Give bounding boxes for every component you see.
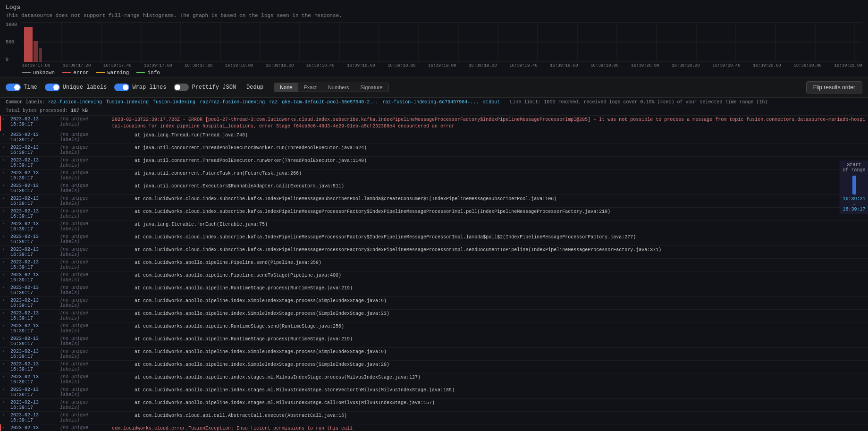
log-row[interactable]: ›2023-02-13 16:39:17(no unique labels) a… — [0, 284, 868, 297]
log-row[interactable]: ›2023-02-13 16:39:17(no unique labels) a… — [0, 182, 868, 195]
wrap-lines-toggle-item: Wrap lines — [114, 84, 166, 91]
time-marker-bar — [852, 176, 856, 194]
log-row[interactable]: ›2023-02-13 16:39:17(no unique labels) a… — [0, 322, 868, 335]
wrap-lines-toggle[interactable] — [114, 84, 129, 91]
row-expand-icon[interactable]: › — [1, 157, 8, 163]
segment-none[interactable]: None — [274, 83, 298, 92]
row-time: 2023-02-13 16:39:17 — [8, 183, 58, 194]
log-row[interactable]: ›2023-02-13 16:39:17(no unique labels) a… — [0, 297, 868, 310]
row-message: at com.lucidworks.apollo.pipeline.index.… — [110, 399, 868, 407]
log-row[interactable]: ›2023-02-13 16:39:17(no unique labels) a… — [0, 310, 868, 322]
log-row[interactable]: ›2023-02-13 16:39:17(no unique labels) a… — [0, 220, 868, 233]
log-row[interactable]: ›2023-02-13 16:39:17(no unique labels) a… — [0, 208, 868, 220]
log-row[interactable]: ›2023-02-13 16:39:17(no unique labels) a… — [0, 169, 868, 182]
row-expand-icon[interactable]: › — [1, 387, 8, 393]
row-expand-icon[interactable]: › — [1, 116, 8, 122]
row-message: at java.lang.Iterable.forEach(Iterable.j… — [110, 221, 868, 228]
x-label: 16:39:20.40 — [712, 63, 740, 68]
row-expand-icon[interactable]: › — [1, 374, 8, 380]
log-row[interactable]: ›2023-02-13 16:39:17(no unique labels) a… — [0, 271, 868, 284]
common-labels-prefix: Common labels: — [6, 100, 48, 105]
log-row[interactable]: ›2023-02-13 16:39:17(no unique labels) a… — [0, 335, 868, 348]
log-row[interactable]: ›2023-02-13 16:39:17(no unique labels) a… — [0, 246, 868, 259]
row-expand-icon[interactable]: › — [1, 297, 8, 304]
unique-labels-toggle[interactable] — [45, 84, 60, 91]
label-tag-5: raz — [269, 100, 278, 105]
log-row[interactable]: ›2023-02-13 16:39:17(no unique labels) a… — [0, 144, 868, 157]
row-expand-icon[interactable]: › — [1, 285, 8, 291]
chart-svg — [22, 22, 862, 62]
row-expand-icon[interactable]: › — [1, 425, 8, 431]
row-expand-icon[interactable]: › — [1, 272, 8, 278]
log-row[interactable]: ›2023-02-13 16:39:17(no unique labels)20… — [0, 116, 868, 131]
row-expand-icon[interactable]: › — [1, 246, 8, 253]
x-label: 16:39:17.80 — [185, 63, 212, 68]
log-row[interactable]: ›2023-02-13 16:39:17(no unique labels) a… — [0, 386, 868, 399]
row-labels: (no unique labels) — [58, 361, 110, 372]
row-time: 2023-02-13 16:39:17 — [8, 310, 58, 321]
row-labels: (no unique labels) — [58, 144, 110, 156]
log-row[interactable]: ›2023-02-13 16:39:17(no unique labels) a… — [0, 361, 868, 373]
row-expand-icon[interactable]: › — [1, 208, 8, 214]
row-time: 2023-02-13 16:39:17 — [8, 297, 58, 309]
row-expand-icon[interactable]: › — [1, 183, 8, 189]
log-row[interactable]: ›2023-02-13 16:39:17(no unique labels) a… — [0, 233, 868, 246]
row-expand-icon[interactable]: › — [1, 195, 8, 202]
row-expand-icon[interactable]: › — [1, 412, 8, 418]
row-expand-icon[interactable]: › — [1, 170, 8, 176]
row-expand-icon[interactable]: › — [1, 259, 8, 265]
row-expand-icon[interactable]: › — [1, 234, 8, 240]
x-label: 16:39:17.00 — [22, 63, 50, 68]
unique-labels-label: Unique labels — [63, 84, 107, 91]
x-label: 16:39:20.80 — [793, 63, 821, 68]
row-labels: (no unique labels) — [58, 348, 110, 360]
log-row[interactable]: ›2023-02-13 16:39:17(no unique labels) a… — [0, 348, 868, 361]
log-row[interactable]: ›2023-02-13 16:39:17(no unique labels) a… — [0, 259, 868, 271]
row-expand-icon[interactable]: › — [1, 323, 8, 329]
segment-signature[interactable]: Signature — [355, 83, 388, 92]
segment-exact[interactable]: Exact — [298, 83, 322, 92]
row-expand-icon[interactable]: › — [1, 399, 8, 406]
row-message: at com.lucidworks.apollo.pipeline.Runtim… — [110, 285, 868, 292]
log-row[interactable]: ›2023-02-13 16:39:17(no unique labels)co… — [0, 424, 868, 431]
row-expand-icon[interactable]: › — [1, 221, 8, 227]
row-labels: (no unique labels) — [58, 157, 110, 169]
row-message: at com.lucidworks.cloud.index.subscribe.… — [110, 195, 868, 203]
segment-numbers[interactable]: Numbers — [322, 83, 355, 92]
log-row[interactable]: ›2023-02-13 16:39:17(no unique labels) a… — [0, 373, 868, 386]
prettify-json-toggle[interactable] — [174, 84, 189, 91]
start-range-label: Startof range — [842, 162, 866, 173]
log-row[interactable]: ›2023-02-13 16:39:17(no unique labels) a… — [0, 195, 868, 208]
legend-warning-line — [96, 72, 105, 73]
row-labels: (no unique labels) — [58, 412, 110, 423]
x-label: 16:39:17.40 — [103, 63, 131, 68]
label-tag-4: raz/raz-fusion-indexing — [200, 100, 265, 105]
row-expand-icon[interactable]: › — [1, 336, 8, 342]
row-expand-icon[interactable]: › — [1, 144, 8, 151]
svg-rect-24 — [24, 27, 33, 62]
dedup-button[interactable]: Dedup — [244, 83, 266, 92]
row-message: at com.lucidworks.apollo.pipeline.index.… — [110, 297, 868, 305]
time-label: Time — [24, 84, 37, 91]
header-subtitle: This datasource does not support full-ra… — [6, 13, 862, 18]
total-bytes-value: 167 kB — [71, 108, 88, 113]
row-message: at com.lucidworks.cloud.index.subscribe.… — [110, 208, 868, 216]
log-row[interactable]: ›2023-02-13 16:39:17(no unique labels) a… — [0, 157, 868, 169]
row-time: 2023-02-13 16:39:17 — [8, 157, 58, 169]
log-area[interactable]: ›2023-02-13 16:39:17(no unique labels)20… — [0, 116, 868, 431]
x-label: 16:39:19.60 — [550, 63, 578, 68]
row-labels: (no unique labels) — [58, 297, 110, 309]
row-expand-icon[interactable]: › — [1, 310, 8, 316]
time-toggle[interactable] — [6, 84, 21, 91]
row-expand-icon[interactable]: › — [1, 348, 8, 355]
row-labels: (no unique labels) — [58, 221, 110, 232]
row-expand-icon[interactable]: › — [1, 361, 8, 367]
row-message: at java.util.concurrent.FutureTask.run(F… — [110, 170, 868, 177]
x-label: 16:39:20.20 — [672, 63, 699, 68]
row-labels: (no unique labels) — [58, 116, 110, 127]
flip-results-button[interactable]: Flip results order — [806, 81, 862, 93]
log-row[interactable]: ›2023-02-13 16:39:17(no unique labels) a… — [0, 412, 868, 424]
row-expand-icon[interactable]: › — [1, 132, 8, 138]
log-row[interactable]: ›2023-02-13 16:39:17(no unique labels) a… — [0, 399, 868, 412]
log-row[interactable]: ›2023-02-13 16:39:17(no unique labels) a… — [0, 131, 868, 144]
